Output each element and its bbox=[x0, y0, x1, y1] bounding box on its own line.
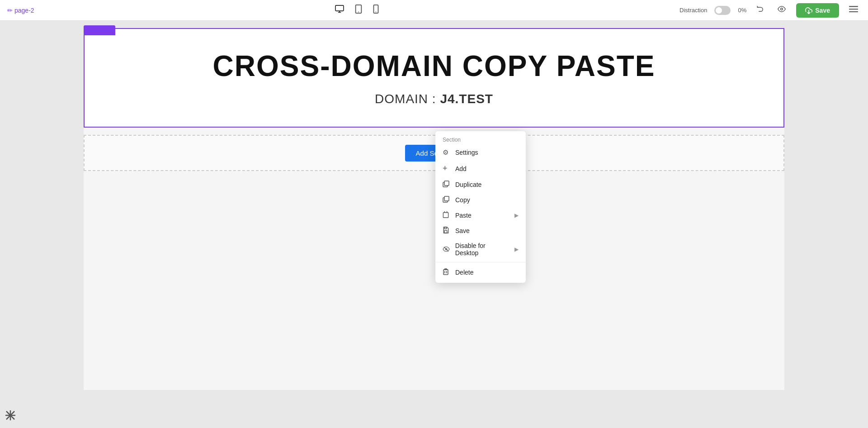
menu-add-label: Add bbox=[455, 165, 467, 172]
svg-rect-13 bbox=[444, 181, 449, 185]
topbar-left: ✏ page-2 bbox=[7, 7, 34, 14]
disable-desktop-icon bbox=[443, 246, 451, 253]
topbar: ✏ page-2 Distraction 0% Save bbox=[0, 0, 868, 21]
undo-button[interactable] bbox=[754, 2, 767, 18]
svg-point-6 bbox=[375, 11, 376, 12]
menu-delete-label: Delete bbox=[455, 269, 473, 276]
paste-icon bbox=[443, 211, 451, 219]
context-menu-divider bbox=[435, 262, 526, 262]
zoom-label: 0% bbox=[738, 7, 746, 14]
distraction-toggle[interactable] bbox=[714, 6, 731, 15]
topbar-right: Distraction 0% Save bbox=[679, 2, 861, 18]
preview-icon bbox=[777, 5, 786, 13]
paste-submenu-arrow: ▶ bbox=[514, 212, 519, 219]
undo-icon bbox=[756, 5, 764, 13]
menu-disable-desktop-label: Disable for Desktop bbox=[455, 242, 510, 257]
delete-icon bbox=[443, 268, 451, 276]
svg-rect-15 bbox=[444, 196, 449, 201]
joomla-icon bbox=[5, 410, 15, 420]
topbar-center bbox=[331, 2, 382, 19]
context-menu: Section ⚙ Settings + Add Duplicate Copy bbox=[435, 131, 526, 283]
svg-point-7 bbox=[781, 8, 783, 10]
context-menu-add[interactable]: + Add bbox=[435, 160, 526, 177]
menu-copy-label: Copy bbox=[455, 196, 470, 204]
section-handle-tab[interactable] bbox=[84, 25, 115, 35]
menu-save-label: Save bbox=[455, 227, 470, 234]
desktop-device-button[interactable] bbox=[331, 2, 348, 18]
add-section-placeholder: Add Section bbox=[84, 135, 784, 171]
mobile-device-button[interactable] bbox=[369, 2, 382, 19]
tablet-device-button[interactable] bbox=[351, 2, 366, 19]
tablet-icon bbox=[355, 5, 362, 14]
context-menu-section-label: Section bbox=[435, 134, 526, 145]
menu-duplicate-label: Duplicate bbox=[455, 181, 481, 188]
hamburger-button[interactable] bbox=[846, 2, 861, 18]
joomla-logo bbox=[5, 410, 15, 423]
hero-subtitle-value: J4.TEST bbox=[440, 92, 493, 106]
context-menu-disable-desktop[interactable]: Disable for Desktop ▶ bbox=[435, 238, 526, 260]
context-menu-duplicate[interactable]: Duplicate bbox=[435, 177, 526, 192]
toggle-slider bbox=[714, 6, 731, 15]
svg-rect-10 bbox=[849, 9, 858, 10]
distraction-label: Distraction bbox=[679, 7, 707, 14]
context-menu-delete[interactable]: Delete bbox=[435, 264, 526, 280]
section-hero: CROSS-DOMAIN COPY PASTE DOMAIN : J4.TEST bbox=[84, 28, 784, 128]
context-menu-paste[interactable]: Paste ▶ bbox=[435, 208, 526, 223]
context-menu-save[interactable]: Save bbox=[435, 223, 526, 238]
menu-paste-label: Paste bbox=[455, 212, 472, 219]
svg-rect-9 bbox=[849, 6, 858, 7]
context-menu-settings[interactable]: ⚙ Settings bbox=[435, 145, 526, 160]
svg-rect-11 bbox=[849, 11, 858, 12]
disable-desktop-submenu-arrow: ▶ bbox=[514, 246, 519, 252]
hero-subtitle-prefix: DOMAIN : bbox=[375, 92, 440, 106]
hero-title: CROSS-DOMAIN COPY PASTE bbox=[213, 49, 656, 83]
save-cloud-icon bbox=[805, 7, 812, 14]
hero-subtitle: DOMAIN : J4.TEST bbox=[375, 92, 493, 106]
add-icon: + bbox=[443, 164, 451, 173]
page-title: page-2 bbox=[14, 7, 34, 14]
mobile-icon bbox=[373, 5, 379, 14]
save-button[interactable]: Save bbox=[796, 3, 839, 18]
page-title-edit[interactable]: ✏ page-2 bbox=[7, 7, 34, 14]
save-icon bbox=[443, 227, 451, 235]
menu-settings-label: Settings bbox=[455, 149, 478, 156]
copy-icon bbox=[443, 196, 451, 204]
context-menu-copy[interactable]: Copy bbox=[435, 192, 526, 208]
svg-rect-16 bbox=[443, 213, 448, 218]
pencil-icon: ✏ bbox=[7, 7, 13, 14]
page-canvas: CROSS-DOMAIN COPY PASTE DOMAIN : J4.TEST… bbox=[84, 28, 784, 390]
svg-rect-17 bbox=[444, 230, 447, 233]
save-label: Save bbox=[815, 7, 830, 14]
desktop-icon bbox=[335, 5, 344, 13]
hamburger-icon bbox=[849, 5, 858, 13]
settings-icon: ⚙ bbox=[443, 148, 451, 157]
svg-rect-18 bbox=[444, 227, 447, 229]
canvas-area: CROSS-DOMAIN COPY PASTE DOMAIN : J4.TEST… bbox=[0, 21, 868, 428]
duplicate-icon bbox=[443, 181, 451, 189]
svg-point-4 bbox=[358, 11, 359, 12]
svg-rect-0 bbox=[335, 5, 344, 11]
svg-rect-21 bbox=[443, 270, 448, 275]
preview-button[interactable] bbox=[774, 2, 789, 18]
